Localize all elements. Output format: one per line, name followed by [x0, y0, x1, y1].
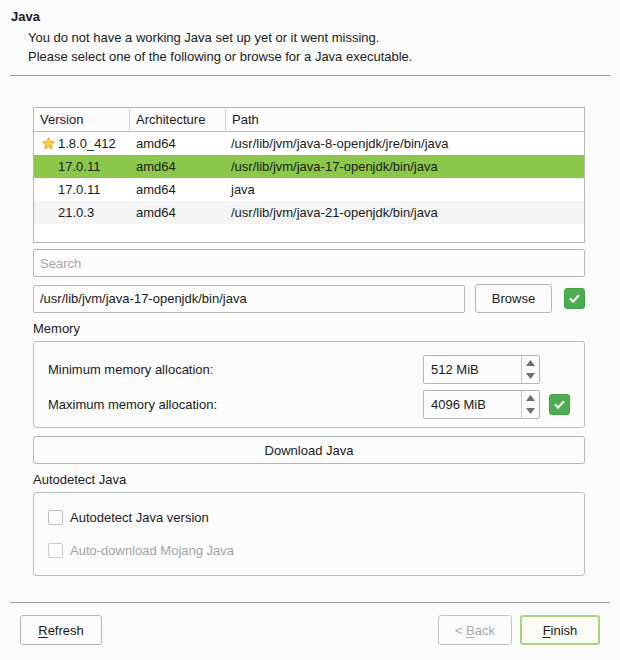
version-value: 17.0.11 — [58, 159, 100, 174]
favorite-star-icon — [38, 135, 58, 152]
autodetect-version-label: Autodetect Java version — [70, 510, 209, 525]
footer-bar: Refresh < Back Finish — [10, 615, 610, 645]
version-value: 21.0.3 — [58, 205, 94, 220]
label-part: efresh — [48, 623, 84, 638]
column-header-path[interactable]: Path — [226, 108, 584, 132]
description-line-1: You do not have a working Java set up ye… — [10, 28, 610, 47]
autodetect-version-checkbox[interactable]: Autodetect Java version — [48, 507, 570, 527]
star-slot-empty — [38, 158, 58, 175]
version-cell: 21.0.3 — [34, 204, 130, 221]
max-memory-row: Maximum memory allocation: 4096 MiB — [48, 390, 570, 419]
label-part: inish — [551, 623, 578, 638]
memory-group-label: Memory — [33, 320, 585, 337]
table-row-java17-selected[interactable]: 17.0.11 amd64 /usr/lib/jvm/java-17-openj… — [34, 155, 584, 178]
spin-up-icon[interactable] — [522, 391, 539, 405]
spin-buttons — [521, 356, 539, 383]
label-part: B — [466, 623, 475, 638]
auto-download-mojang-checkbox: Auto-download Mojang Java — [48, 540, 570, 560]
auto-download-mojang-label: Auto-download Mojang Java — [70, 543, 234, 558]
version-value: 1.8.0_412 — [58, 136, 116, 151]
column-header-version[interactable]: Version — [34, 108, 130, 132]
min-memory-value: 512 MiB — [424, 356, 521, 383]
path-value: /usr/lib/jvm/java-8-openjdk/jre/bin/java — [226, 136, 584, 151]
autodetect-groupbox: Autodetect Java version Auto-download Mo… — [33, 492, 585, 576]
table-row-java8[interactable]: 1.8.0_412 amd64 /usr/lib/jvm/java-8-open… — [34, 132, 584, 155]
max-memory-valid-checkbox[interactable] — [549, 394, 570, 415]
star-slot-empty — [38, 181, 58, 198]
label-part: ack — [475, 623, 495, 638]
max-memory-value: 4096 MiB — [424, 391, 521, 418]
java-setup-page: Java You do not have a working Java set … — [0, 0, 620, 645]
java-path-valid-checkbox[interactable] — [564, 288, 585, 309]
table-row-java17-cmd[interactable]: 17.0.11 amd64 java — [34, 178, 584, 201]
java-path-input[interactable] — [33, 285, 465, 313]
spin-down-icon[interactable] — [522, 405, 539, 419]
spin-buttons — [521, 391, 539, 418]
label-part: F — [543, 623, 551, 638]
max-memory-label: Maximum memory allocation: — [48, 397, 423, 412]
footer-divider — [10, 602, 610, 603]
checkbox-unchecked-icon — [48, 543, 63, 558]
finish-button[interactable]: Finish — [520, 615, 600, 645]
path-value: /usr/lib/jvm/java-17-openjdk/bin/java — [226, 159, 584, 174]
architecture-value: amd64 — [130, 159, 226, 174]
java-versions-table: Version Architecture Path 1.8.0_412 amd6… — [33, 107, 585, 243]
autodetect-group-label: Autodetect Java — [33, 471, 585, 488]
label-part: R — [38, 623, 47, 638]
version-cell: 1.8.0_412 — [34, 135, 130, 152]
back-button[interactable]: < Back — [438, 615, 512, 645]
download-java-button[interactable]: Download Java — [33, 436, 585, 464]
architecture-value: amd64 — [130, 136, 226, 151]
description-line-2: Please select one of the following or br… — [10, 47, 610, 66]
min-memory-label: Minimum memory allocation: — [48, 362, 423, 377]
column-header-architecture[interactable]: Architecture — [130, 108, 226, 132]
checkmark-icon — [553, 398, 566, 411]
path-value: /usr/lib/jvm/java-21-openjdk/bin/java — [226, 205, 584, 220]
header-divider — [10, 75, 610, 76]
content-column: Version Architecture Path 1.8.0_412 amd6… — [33, 107, 585, 576]
table-header-row: Version Architecture Path — [34, 108, 584, 132]
min-memory-spinbox[interactable]: 512 MiB — [423, 355, 540, 384]
max-memory-spinbox[interactable]: 4096 MiB — [423, 390, 540, 419]
label-part: < — [455, 623, 466, 638]
table-row-java21[interactable]: 21.0.3 amd64 /usr/lib/jvm/java-21-openjd… — [34, 201, 584, 224]
checkbox-unchecked-icon — [48, 510, 63, 525]
java-path-row: Browse — [33, 284, 585, 313]
refresh-button[interactable]: Refresh — [20, 615, 102, 645]
max-memory-check-wrap — [540, 394, 570, 415]
checkmark-icon — [568, 292, 581, 305]
version-cell: 17.0.11 — [34, 181, 130, 198]
version-value: 17.0.11 — [58, 182, 100, 197]
search-input[interactable] — [33, 249, 585, 277]
memory-groupbox: Minimum memory allocation: 512 MiB Maxim… — [33, 341, 585, 428]
min-memory-row: Minimum memory allocation: 512 MiB — [48, 355, 570, 384]
architecture-value: amd64 — [130, 205, 226, 220]
path-value: java — [226, 182, 584, 197]
version-cell: 17.0.11 — [34, 158, 130, 175]
spin-up-icon[interactable] — [522, 356, 539, 370]
star-slot-empty — [38, 204, 58, 221]
page-title: Java — [10, 8, 610, 28]
browse-button[interactable]: Browse — [475, 284, 552, 313]
architecture-value: amd64 — [130, 182, 226, 197]
spin-down-icon[interactable] — [522, 370, 539, 384]
